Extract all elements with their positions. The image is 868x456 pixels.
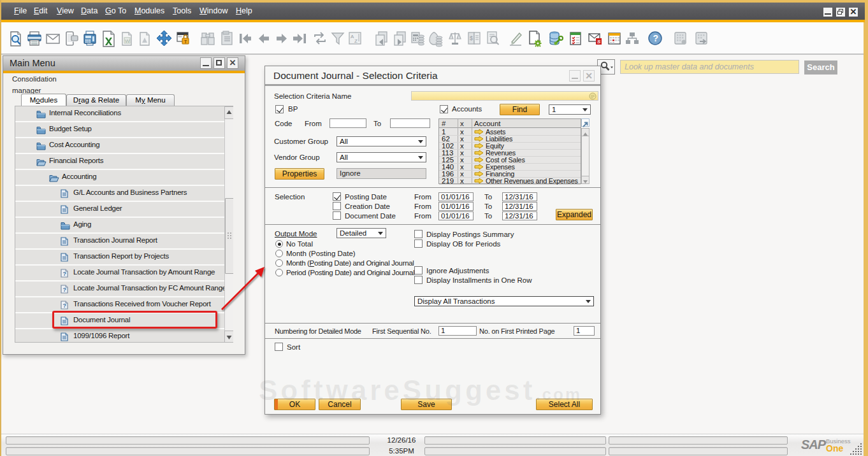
svg-text:W: W bbox=[125, 38, 130, 44]
svg-text:?: ? bbox=[63, 303, 67, 309]
svg-text:$: $ bbox=[470, 35, 473, 41]
svg-text:S: S bbox=[597, 39, 601, 45]
svg-text:?: ? bbox=[63, 271, 67, 277]
svg-text:?: ? bbox=[63, 287, 67, 293]
svg-text:Z: Z bbox=[354, 38, 358, 44]
svg-text:?: ? bbox=[653, 33, 659, 43]
svg-text:T: T bbox=[184, 39, 187, 44]
